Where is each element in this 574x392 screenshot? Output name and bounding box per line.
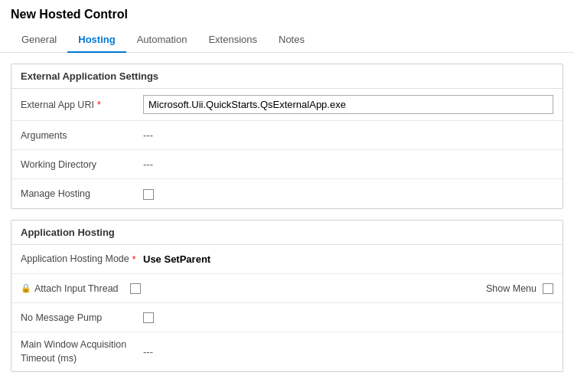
manage-hosting-label: Manage Hosting [21,188,143,199]
lock-icon: 🔒 [21,283,31,293]
manage-hosting-checkbox[interactable] [143,189,154,200]
arguments-row: Arguments --- [11,121,563,150]
external-app-settings-title: External Application Settings [11,64,563,89]
show-menu-right: Show Menu [287,283,553,294]
external-app-uri-value [143,95,553,114]
tab-bar: General Hosting Automation Extensions No… [11,28,563,52]
tab-hosting[interactable]: Hosting [67,28,126,53]
application-hosting-section: Application Hosting Application Hosting … [11,220,563,372]
show-menu-checkbox[interactable] [543,283,553,294]
no-message-pump-value [143,312,553,324]
working-directory-row: Working Directory --- [11,150,563,179]
arguments-label: Arguments [21,130,143,141]
page-header: New Hosted Control General Hosting Autom… [0,0,574,53]
app-hosting-mode-value: Use SetParent [143,253,553,265]
tab-extensions[interactable]: Extensions [197,28,268,53]
no-message-pump-checkbox[interactable] [143,312,154,323]
no-message-pump-row: No Message Pump [11,303,563,332]
main-window-timeout-value: --- [143,346,553,358]
external-app-uri-row: External App URI * [11,89,563,121]
attach-input-show-menu-row: 🔒 Attach Input Thread Show Menu [11,274,563,303]
working-directory-label: Working Directory [21,159,143,170]
attach-input-left: 🔒 Attach Input Thread [21,283,287,294]
show-menu-label: Show Menu [486,283,536,294]
app-hosting-mode-row: Application Hosting Mode * Use SetParent [11,245,563,274]
manage-hosting-value [143,188,553,200]
tab-notes[interactable]: Notes [268,28,315,53]
app-hosting-mode-label: Application Hosting Mode * [21,253,143,266]
page-title: New Hosted Control [11,8,563,21]
main-content: External Application Settings External A… [0,53,574,391]
attach-input-thread-checkbox[interactable] [130,283,141,294]
tab-general[interactable]: General [11,28,67,53]
main-window-timeout-label: Main Window Acquisition Timeout (ms) [21,338,143,365]
manage-hosting-row: Manage Hosting [11,179,563,208]
no-message-pump-label: No Message Pump [21,312,143,323]
tab-automation[interactable]: Automation [126,28,198,53]
required-star: * [97,100,101,110]
external-app-settings-section: External Application Settings External A… [11,64,563,209]
arguments-value: --- [143,129,553,141]
external-app-uri-label: External App URI * [21,100,143,110]
attach-input-thread-label: Attach Input Thread [34,283,119,294]
application-hosting-title: Application Hosting [11,220,563,245]
required-star-2: * [132,254,136,265]
working-directory-value: --- [143,158,553,170]
external-app-uri-input[interactable] [143,95,553,114]
main-window-timeout-row: Main Window Acquisition Timeout (ms) --- [11,332,563,371]
